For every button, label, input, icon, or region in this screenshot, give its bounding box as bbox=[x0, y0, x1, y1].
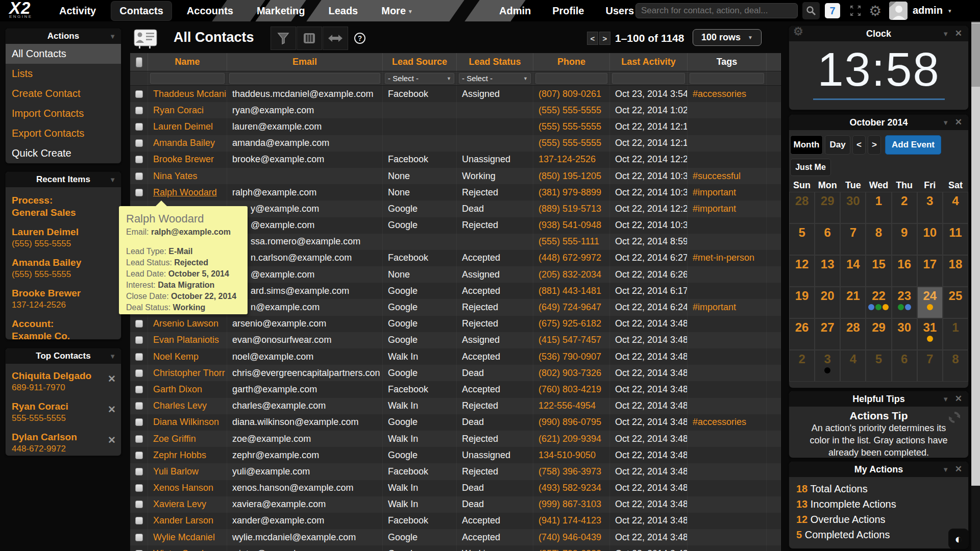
column-header-name[interactable]: Name bbox=[148, 53, 227, 71]
close-icon[interactable]: ✕ bbox=[955, 393, 962, 404]
cell-tags[interactable]: #accessories bbox=[688, 414, 767, 431]
cell-tags[interactable] bbox=[688, 234, 767, 250]
cell-name[interactable]: Noel Kemp bbox=[148, 348, 227, 365]
cell-phone[interactable]: (649) 724-9647 bbox=[533, 299, 610, 315]
cell-tags[interactable] bbox=[688, 496, 767, 513]
cell-phone[interactable]: (758) 396-3973 bbox=[533, 463, 610, 480]
row-checkbox[interactable] bbox=[135, 123, 143, 131]
top-contact-item[interactable]: Ryan Coraci555-555-5555✕ bbox=[6, 397, 121, 428]
cell-phone[interactable]: (999) 867-3103 bbox=[533, 496, 610, 513]
calendar-day-8[interactable]: 8 bbox=[943, 350, 968, 382]
collapse-triangle-icon[interactable]: ▼ bbox=[109, 353, 116, 360]
cell-phone[interactable]: (415) 547-7457 bbox=[533, 332, 610, 348]
nav-tab-more[interactable]: More▾ bbox=[373, 2, 420, 20]
sidebar-item-lists[interactable]: Lists bbox=[6, 64, 121, 84]
cell-tags[interactable] bbox=[688, 463, 767, 480]
calendar-day-19[interactable]: 19 bbox=[789, 287, 815, 318]
calendar-day-21[interactable]: 21 bbox=[840, 287, 866, 318]
settings-gear-icon[interactable]: ⚙ bbox=[869, 1, 881, 21]
cell-phone[interactable]: (536) 790-0907 bbox=[533, 348, 610, 365]
calendar-day-20[interactable]: 20 bbox=[815, 287, 840, 318]
cell-phone[interactable]: (555) 555-1111 bbox=[533, 234, 610, 250]
row-checkbox[interactable] bbox=[135, 468, 143, 475]
calendar-day-2[interactable]: 2 bbox=[892, 192, 917, 223]
cell-name[interactable]: Winter Sparks bbox=[148, 545, 227, 551]
cell-phone[interactable]: (257) 799-6223 bbox=[533, 545, 610, 551]
cell-tags[interactable] bbox=[688, 398, 767, 414]
cell-tags[interactable] bbox=[688, 118, 767, 135]
calendar-day-31[interactable]: 31 bbox=[917, 318, 943, 350]
theme-toggle-button[interactable]: ◐ bbox=[948, 529, 969, 549]
cell-name[interactable]: Christopher Thorr bbox=[148, 365, 227, 381]
calendar-day-15[interactable]: 15 bbox=[866, 255, 891, 287]
remove-icon[interactable]: ✕ bbox=[108, 434, 116, 446]
collapse-triangle-icon[interactable]: ▼ bbox=[109, 176, 116, 184]
top-contact-item[interactable]: Chiquita Delgado689-911-7970✕ bbox=[6, 367, 121, 397]
calendar-day-18[interactable]: 18 bbox=[943, 255, 968, 287]
cell-phone[interactable]: (807) 809-0261 bbox=[533, 86, 610, 102]
calendar-day-22[interactable]: 22 bbox=[866, 287, 891, 318]
cell-tags[interactable] bbox=[688, 365, 767, 381]
cell-phone[interactable]: (802) 903-7326 bbox=[533, 365, 610, 381]
cell-phone[interactable]: (621) 209-9394 bbox=[533, 431, 610, 447]
calendar-day-6[interactable]: 6 bbox=[892, 350, 917, 382]
cell-phone[interactable]: (941) 174-4123 bbox=[533, 513, 610, 529]
recent-item[interactable]: Amanda Bailey(555) 555-5555 bbox=[6, 254, 121, 284]
cell-name[interactable]: Zephr Hobbs bbox=[148, 447, 227, 463]
calendar-day-29[interactable]: 29 bbox=[866, 318, 891, 350]
cell-tags[interactable] bbox=[688, 545, 767, 551]
calendar-day-25[interactable]: 25 bbox=[943, 287, 968, 318]
collapse-triangle-icon[interactable]: ▼ bbox=[942, 395, 949, 403]
cell-name[interactable]: Xenos Hanson bbox=[148, 480, 227, 496]
collapse-triangle-icon[interactable]: ▼ bbox=[942, 466, 949, 473]
calendar-day-1[interactable]: 1 bbox=[943, 318, 968, 350]
nav-tab-accounts[interactable]: Accounts bbox=[179, 2, 241, 20]
nav-tab-marketing[interactable]: Marketing bbox=[249, 2, 313, 20]
row-checkbox[interactable] bbox=[135, 353, 143, 361]
top-contact-item[interactable]: Dylan Carlson448-672-9972✕ bbox=[6, 428, 121, 456]
row-checkbox[interactable] bbox=[135, 452, 143, 459]
cell-tags[interactable] bbox=[688, 152, 767, 168]
collapse-triangle-icon[interactable]: ▼ bbox=[942, 30, 949, 38]
cell-phone[interactable]: (555) 555-5555 bbox=[533, 135, 610, 152]
calendar-day-14[interactable]: 14 bbox=[840, 255, 866, 287]
calendar-day-24[interactable]: 24 bbox=[917, 287, 943, 318]
cell-tags[interactable]: #accessories bbox=[688, 86, 767, 102]
cell-name[interactable]: Xander Larson bbox=[148, 513, 227, 529]
filter-input[interactable] bbox=[612, 73, 685, 84]
calendar-day-2[interactable]: 2 bbox=[789, 350, 815, 382]
cell-tags[interactable] bbox=[688, 102, 767, 118]
row-checkbox[interactable] bbox=[135, 189, 143, 196]
row-checkbox[interactable] bbox=[135, 500, 143, 508]
calendar-day-27[interactable]: 27 bbox=[815, 318, 840, 350]
my-actions-item[interactable]: 13 Incomplete Actions bbox=[789, 496, 968, 512]
next-page-button[interactable]: > bbox=[599, 32, 610, 45]
calendar-day-17[interactable]: 17 bbox=[917, 255, 943, 287]
cell-name[interactable]: Charles Levy bbox=[148, 398, 227, 414]
filter-input[interactable] bbox=[535, 73, 607, 84]
row-checkbox[interactable] bbox=[135, 320, 143, 328]
cell-name[interactable]: Amanda Bailey bbox=[148, 135, 227, 152]
cell-phone[interactable]: (675) 925-6182 bbox=[533, 316, 610, 332]
cell-tags[interactable] bbox=[688, 283, 767, 299]
cell-phone[interactable]: (990) 896-0795 bbox=[533, 414, 610, 431]
calendar-day-11[interactable]: 11 bbox=[943, 223, 968, 255]
calendar-day-29[interactable]: 29 bbox=[815, 192, 840, 223]
my-actions-item[interactable]: 5 Completed Actions bbox=[789, 527, 968, 542]
column-header-lead-status[interactable]: Lead Status bbox=[457, 53, 533, 71]
sidebar-item-quick-create[interactable]: Quick Create bbox=[6, 143, 121, 163]
recent-item[interactable]: Process:General Sales bbox=[6, 191, 121, 223]
calendar-day-5[interactable]: 5 bbox=[866, 350, 891, 382]
refresh-icon[interactable] bbox=[947, 410, 962, 427]
row-checkbox[interactable] bbox=[135, 386, 143, 393]
close-icon[interactable]: ✕ bbox=[955, 117, 962, 128]
my-actions-item[interactable]: 18 Total Actions bbox=[789, 481, 968, 496]
cell-tags[interactable] bbox=[688, 447, 767, 463]
calendar-day-12[interactable]: 12 bbox=[789, 255, 815, 287]
row-checkbox[interactable] bbox=[135, 418, 143, 426]
cell-phone[interactable]: (493) 582-9234 bbox=[533, 480, 610, 496]
cell-phone[interactable]: (740) 946-0439 bbox=[533, 529, 610, 545]
cell-name[interactable]: Yuli Barlow bbox=[148, 463, 227, 480]
sidebar-item-create-contact[interactable]: Create Contact bbox=[6, 84, 121, 104]
filter-input[interactable] bbox=[690, 73, 764, 84]
